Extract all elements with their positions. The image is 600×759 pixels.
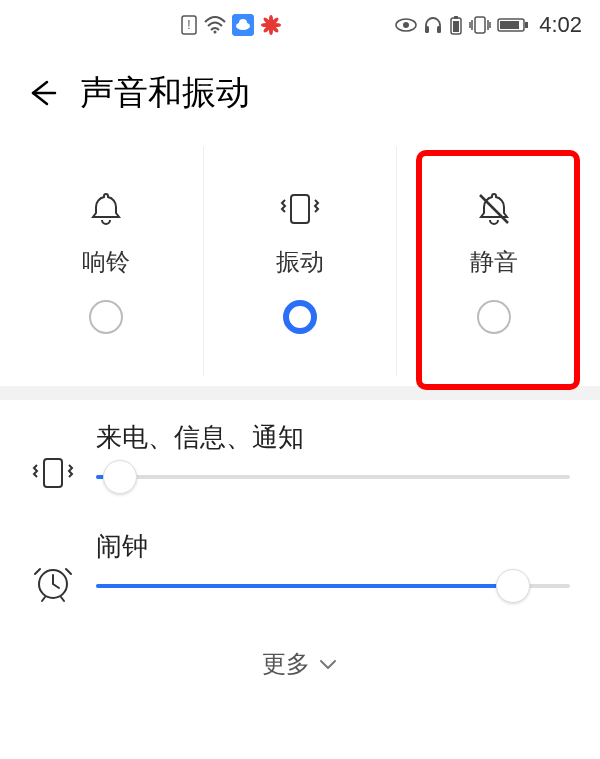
mode-silent[interactable]: 静音 [397, 146, 590, 376]
vibrate-icon [279, 188, 321, 230]
slider-row-alarm: 闹钟 [30, 529, 570, 608]
wifi-icon [204, 16, 226, 34]
radio-vibrate[interactable] [283, 300, 317, 334]
svg-rect-16 [425, 26, 429, 33]
page-title: 声音和振动 [80, 70, 250, 116]
eye-icon [395, 18, 417, 32]
mode-ring-label: 响铃 [82, 246, 130, 278]
chevron-down-icon [318, 657, 338, 671]
mode-vibrate-label: 振动 [276, 246, 324, 278]
radio-silent[interactable] [477, 300, 511, 334]
sim-alert-icon: ! [180, 15, 198, 35]
sound-mode-selector: 响铃 振动 静音 [0, 146, 600, 376]
vibrate-icon [30, 450, 76, 496]
mode-silent-label: 静音 [470, 246, 518, 278]
slider-alarm-label: 闹钟 [96, 529, 570, 564]
more-label: 更多 [262, 648, 310, 680]
page-header: 声音和振动 [0, 50, 600, 146]
volume-sliders-section: 来电、信息、通知 闹钟 更多 [0, 400, 600, 690]
section-divider [0, 386, 600, 400]
svg-rect-19 [454, 16, 458, 19]
vibrate-status-icon [469, 15, 491, 35]
bell-off-icon [473, 188, 515, 230]
svg-point-2 [214, 31, 217, 34]
cloud-app-icon [232, 14, 254, 36]
slider-row-notification: 来电、信息、通知 [30, 420, 570, 499]
battery1-icon [449, 15, 463, 35]
huawei-icon [260, 14, 282, 36]
status-left: ! [180, 14, 282, 36]
status-time: 4:02 [539, 12, 582, 38]
more-button[interactable]: 更多 [30, 638, 570, 690]
headphones-icon [423, 15, 443, 35]
slider-alarm[interactable] [96, 584, 570, 588]
back-button[interactable] [24, 75, 60, 111]
svg-rect-17 [437, 26, 441, 33]
svg-rect-23 [525, 22, 528, 28]
slider-notification-label: 来电、信息、通知 [96, 420, 570, 455]
battery2-icon [497, 17, 529, 33]
svg-rect-20 [453, 21, 459, 32]
radio-ring[interactable] [89, 300, 123, 334]
mode-vibrate[interactable]: 振动 [204, 146, 398, 376]
svg-point-15 [403, 22, 409, 28]
svg-rect-24 [500, 21, 519, 29]
alarm-clock-icon [30, 559, 76, 605]
status-bar: ! 4:02 [0, 0, 600, 50]
slider-thumb[interactable] [103, 460, 137, 494]
slider-thumb[interactable] [496, 569, 530, 603]
slider-notification[interactable] [96, 475, 570, 479]
svg-point-5 [239, 19, 247, 27]
svg-rect-21 [475, 17, 485, 33]
mode-ring[interactable]: 响铃 [10, 146, 204, 376]
status-right: 4:02 [395, 12, 582, 38]
bell-icon [85, 188, 127, 230]
svg-rect-26 [291, 195, 309, 223]
svg-text:!: ! [187, 18, 190, 32]
svg-rect-28 [44, 459, 62, 487]
